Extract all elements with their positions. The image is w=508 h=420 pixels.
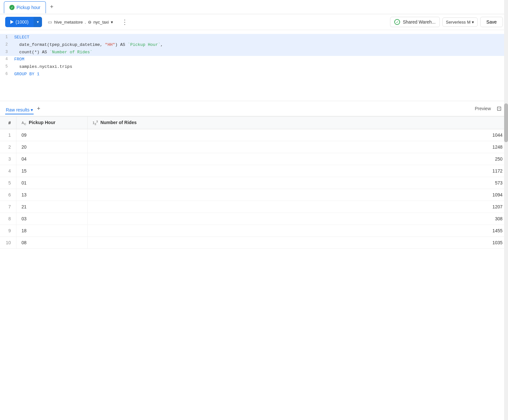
tab-label: Pickup hour [16,5,40,10]
size-value: M [467,20,471,25]
size-label: Serverless [446,20,466,25]
add-tab-button[interactable]: + [47,3,56,12]
database-selector[interactable]: ▭ hive_metastore . ⊖ nyc_taxi ▾ [45,17,116,26]
preview-button[interactable]: Preview [472,105,493,112]
scrollbar-thumb[interactable] [504,103,508,142]
toolbar: (1000) ▾ ▭ hive_metastore . ⊖ nyc_taxi ▾… [0,14,508,30]
table-row: 5 01 573 [0,177,508,189]
cell-pickup-hour: 09 [16,129,87,141]
table-row: 9 18 1455 [0,225,508,237]
cell-pickup-hour: 08 [16,237,87,249]
schema-icon: ⊖ [88,20,91,25]
raw-results-tab[interactable]: Raw results ▾ [5,106,34,114]
cell-index: 10 [0,237,16,249]
db-chevron-icon: ▾ [111,20,113,25]
cell-num-rides: 1455 [87,225,508,237]
cell-index: 4 [0,165,16,177]
cell-index: 1 [0,129,16,141]
code-line-4: 4 FROM [0,56,508,63]
code-line-6: 6 GROUP BY 1 [0,71,508,78]
results-table-wrapper: # AC Pickup Hour 123 Number of Rides 1 0… [0,117,508,249]
table-row: 6 13 1094 [0,189,508,201]
code-editor[interactable]: 1 SELECT 2 date_format(tpep_pickup_datet… [0,30,508,101]
table-row: 2 20 1248 [0,141,508,153]
results-toolbar: Raw results ▾ + Preview ⊡ [0,101,508,117]
raw-results-label: Raw results [6,107,29,112]
results-table: # AC Pickup Hour 123 Number of Rides 1 0… [0,117,508,249]
play-icon [10,20,14,24]
cell-num-rides: 1207 [87,201,508,213]
tab-pickup-hour[interactable]: ✓ Pickup hour [4,1,46,13]
table-row: 8 03 308 [0,213,508,225]
size-selector[interactable]: Serverless M ▾ [442,17,478,27]
cell-pickup-hour: 15 [16,165,87,177]
table-row: 10 08 1035 [0,237,508,249]
cell-num-rides: 1044 [87,129,508,141]
cell-index: 5 [0,177,16,189]
cell-pickup-hour: 18 [16,225,87,237]
cell-pickup-hour: 01 [16,177,87,189]
warehouse-status-icon: ✓ [394,19,400,25]
cell-pickup-hour: 03 [16,213,87,225]
col-header-pickup-hour[interactable]: AC Pickup Hour [16,117,87,129]
cell-index: 8 [0,213,16,225]
table-row: 4 15 1172 [0,165,508,177]
cell-num-rides: 1035 [87,237,508,249]
run-button[interactable]: (1000) [5,17,34,27]
scrollbar-track[interactable] [504,0,508,249]
tab-check-icon: ✓ [9,5,15,10]
tab-bar: ✓ Pickup hour + [0,0,508,14]
run-label: (1000) [16,19,28,25]
save-button[interactable]: Save [480,17,503,27]
string-type-icon: AC [22,121,26,125]
hive-icon: ▭ [48,19,52,25]
cell-index: 3 [0,153,16,165]
dot-separator: . [85,20,86,25]
cell-num-rides: 308 [87,213,508,225]
results-tab-chevron-icon: ▾ [31,107,33,112]
warehouse-selector[interactable]: ✓ Shared Wareh... [390,17,439,27]
cell-num-rides: 573 [87,177,508,189]
size-chevron-icon: ▾ [472,20,474,25]
cell-pickup-hour: 13 [16,189,87,201]
layout-button[interactable]: ⊡ [495,104,503,113]
table-header-row: # AC Pickup Hour 123 Number of Rides [0,117,508,129]
cell-pickup-hour: 20 [16,141,87,153]
chevron-down-icon: ▾ [37,20,39,24]
table-row: 3 04 250 [0,153,508,165]
db-name-label: nyc_taxi [93,20,109,25]
add-results-tab-button[interactable]: + [36,105,42,112]
cell-index: 9 [0,225,16,237]
cell-pickup-hour: 04 [16,153,87,165]
cell-index: 6 [0,189,16,201]
col-header-index: # [0,117,16,129]
cell-num-rides: 250 [87,153,508,165]
cell-num-rides: 1172 [87,165,508,177]
run-button-group: (1000) ▾ [5,17,42,27]
code-line-3: 3 count(*) AS `Number of Rides` [0,49,508,56]
table-row: 1 09 1044 [0,129,508,141]
cell-index: 2 [0,141,16,153]
code-line-1: 1 SELECT [0,34,508,41]
code-line-5: 5 samples.nyctaxi.trips [0,63,508,71]
cell-num-rides: 1094 [87,189,508,201]
code-line-2: 2 date_format(tpep_pickup_datetime, "HH"… [0,41,508,49]
cell-pickup-hour: 21 [16,201,87,213]
warehouse-label: Shared Wareh... [403,19,435,25]
table-row: 7 21 1207 [0,201,508,213]
run-dropdown-button[interactable]: ▾ [34,17,42,27]
cell-index: 7 [0,201,16,213]
col-header-num-rides[interactable]: 123 Number of Rides [87,117,508,129]
cell-num-rides: 1248 [87,141,508,153]
more-options-button[interactable]: ⋮ [119,17,131,27]
number-type-icon: 123 [93,121,98,125]
db-store-label: hive_metastore [54,20,83,25]
results-panel: Raw results ▾ + Preview ⊡ # AC Pickup Ho… [0,101,508,249]
